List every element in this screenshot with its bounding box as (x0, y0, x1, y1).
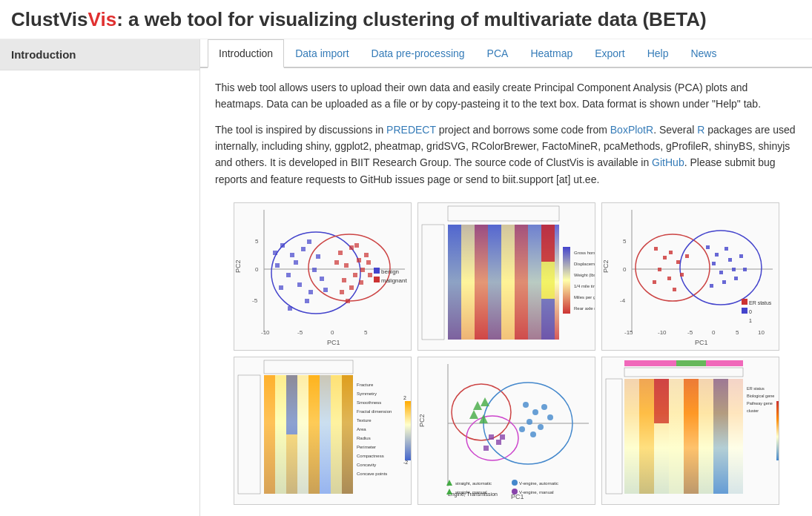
svg-rect-25 (357, 258, 361, 262)
para2-pre: The tool is inspired by discussions in (215, 124, 386, 136)
svg-point-168 (512, 489, 518, 494)
tab-heatmap[interactable]: Heatmap (519, 39, 584, 68)
svg-text:malignant: malignant (381, 277, 407, 284)
tab-introduction[interactable]: Introduction (208, 39, 284, 68)
svg-text:Gross horsepower: Gross horsepower (574, 251, 595, 255)
svg-rect-22 (323, 288, 328, 292)
tab-news[interactable]: News (679, 39, 727, 68)
svg-text:-5: -5 (687, 329, 693, 336)
svg-text:5: 5 (736, 329, 739, 336)
r-link[interactable]: R (697, 124, 704, 136)
svg-rect-37 (354, 243, 359, 248)
introduction-content: This web tool allows users to upload the… (200, 68, 812, 516)
intro-paragraph-2: The tool is inspired by discussions in P… (215, 122, 797, 188)
svg-rect-77 (663, 256, 667, 259)
tab-export[interactable]: Export (584, 39, 636, 68)
svg-rect-121 (320, 375, 331, 494)
svg-rect-78 (658, 268, 661, 271)
svg-rect-95 (710, 284, 713, 288)
svg-rect-20 (273, 251, 277, 255)
svg-rect-117 (286, 375, 297, 434)
svg-rect-98 (742, 299, 747, 305)
svg-text:V-engine, automatic: V-engine, automatic (519, 481, 558, 486)
github-link[interactable]: GitHub (652, 156, 684, 168)
svg-rect-123 (342, 375, 353, 494)
svg-rect-181 (699, 379, 713, 494)
svg-text:-2: -2 (403, 460, 408, 465)
svg-rect-183 (728, 379, 743, 494)
svg-text:V-engine, manual: V-engine, manual (519, 490, 554, 494)
svg-rect-116 (275, 375, 286, 494)
intro-paragraph-1: This web tool allows users to upload the… (215, 79, 797, 113)
svg-rect-100 (742, 308, 747, 314)
svg-text:Concavity: Concavity (357, 463, 376, 467)
svg-point-159 (530, 431, 536, 437)
svg-point-155 (541, 404, 547, 410)
svg-text:0: 0 (331, 329, 334, 336)
svg-text:5: 5 (255, 238, 259, 245)
svg-rect-61 (541, 262, 555, 299)
svg-text:Displacement (cu.in): Displacement (cu.in) (574, 262, 595, 266)
svg-text:-5: -5 (252, 297, 258, 304)
svg-rect-8 (275, 263, 280, 268)
svg-rect-172 (624, 368, 743, 377)
heatmap-chart-3: ER status Biological gene Pathway gene c… (601, 357, 779, 505)
svg-rect-14 (279, 285, 283, 290)
svg-rect-92 (732, 268, 736, 271)
svg-text:PC1: PC1 (695, 339, 708, 346)
svg-rect-38 (346, 299, 350, 303)
svg-rect-63 (563, 247, 570, 314)
svg-marker-147 (469, 410, 478, 419)
svg-rect-10 (301, 247, 306, 251)
svg-text:Biological gene: Biological gene (747, 394, 774, 398)
svg-rect-32 (359, 280, 363, 285)
tab-data-preprocessing[interactable]: Data pre-processing (360, 39, 476, 68)
boxplotr-link[interactable]: BoxPlotR (610, 124, 653, 136)
svg-text:Smoothness: Smoothness (357, 400, 381, 405)
svg-rect-41 (374, 277, 380, 282)
svg-text:cluster: cluster (747, 408, 759, 413)
svg-rect-87 (715, 253, 719, 257)
svg-point-166 (512, 480, 518, 486)
svg-rect-179 (669, 379, 684, 494)
svg-point-157 (538, 424, 544, 430)
svg-rect-122 (331, 375, 342, 494)
sidebar-item-introduction[interactable]: Introduction (0, 39, 199, 70)
svg-rect-135 (405, 401, 411, 460)
svg-rect-91 (719, 271, 723, 274)
svg-rect-26 (344, 263, 349, 268)
svg-point-156 (527, 419, 532, 425)
svg-rect-30 (364, 253, 369, 257)
svg-rect-54 (461, 225, 475, 340)
svg-text:Concave points: Concave points (357, 472, 387, 476)
svg-text:0: 0 (255, 266, 259, 273)
tab-help[interactable]: Help (636, 39, 680, 68)
tab-pca[interactable]: PCA (476, 39, 520, 68)
svg-text:5: 5 (623, 238, 627, 245)
svg-text:Texture: Texture (357, 418, 372, 423)
svg-rect-175 (624, 379, 639, 494)
svg-rect-76 (654, 247, 658, 251)
svg-text:Compactness: Compactness (357, 454, 384, 458)
svg-rect-152 (500, 434, 505, 440)
svg-text:-5: -5 (297, 329, 303, 336)
svg-rect-23 (338, 251, 343, 255)
svg-text:Fracture: Fracture (357, 383, 374, 387)
svg-rect-120 (308, 375, 320, 494)
svg-rect-86 (706, 245, 710, 249)
svg-rect-35 (334, 260, 339, 265)
svg-text:Weight (lbs/1000): Weight (lbs/1000) (574, 273, 595, 277)
sidebar: Introduction (0, 39, 200, 516)
svg-rect-55 (475, 225, 488, 340)
svg-rect-93 (722, 280, 726, 284)
svg-text:Symmetry: Symmetry (357, 391, 377, 396)
svg-rect-118 (286, 434, 297, 494)
tab-data-import[interactable]: Data import (284, 39, 360, 68)
svg-text:straight, automatic: straight, automatic (455, 481, 492, 486)
predect-link[interactable]: PREDECT (386, 124, 436, 136)
chart-row-2: Fracture Symmetry Smoothness Fractal dim… (234, 357, 779, 505)
svg-rect-11 (286, 273, 291, 277)
svg-rect-12 (297, 282, 302, 287)
svg-text:2: 2 (403, 395, 406, 400)
svg-text:Perimeter: Perimeter (357, 445, 376, 449)
